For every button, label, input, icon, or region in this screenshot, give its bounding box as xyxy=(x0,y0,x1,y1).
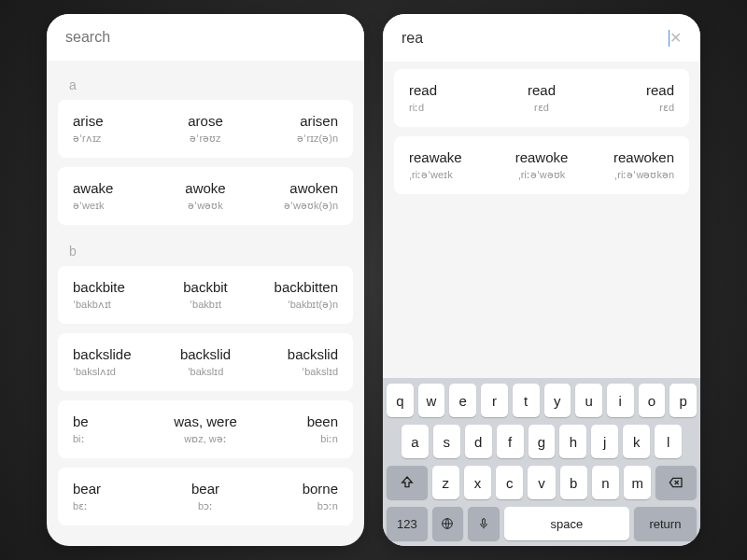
participle-form: backslid xyxy=(255,346,338,362)
section-letter: b xyxy=(58,234,353,266)
verb-card[interactable]: backslideˈbakslʌɪd backslidˈbakslɪd back… xyxy=(58,333,353,391)
participle-ipa: ˈbakslɪd xyxy=(255,366,338,378)
key-d[interactable]: d xyxy=(465,425,492,458)
key-h[interactable]: h xyxy=(559,425,586,458)
participle-ipa: əˈwəʊk(ə)n xyxy=(255,200,338,212)
past-ipa: ˈbakslɪd xyxy=(163,366,247,378)
key-w[interactable]: w xyxy=(418,384,445,417)
shift-key[interactable] xyxy=(387,466,428,499)
participle-form: awoken xyxy=(255,180,338,196)
base-ipa: əˈrʌɪz xyxy=(73,133,156,145)
base-form: read xyxy=(409,82,492,98)
search-bar: rea ✕ xyxy=(383,14,700,62)
key-c[interactable]: c xyxy=(496,466,523,499)
mic-key[interactable] xyxy=(468,507,500,540)
verb-list[interactable]: a ariseəˈrʌɪz aroseəˈrəʊz arisenəˈrɪz(ə)… xyxy=(47,61,364,546)
key-x[interactable]: x xyxy=(464,466,491,499)
past-ipa: ˌriːəˈwəʊk xyxy=(500,169,583,181)
verb-card[interactable]: awakeəˈweɪk awokeəˈwəʊk awokenəˈwəʊk(ə)n xyxy=(58,167,353,225)
base-form: backslide xyxy=(73,346,156,362)
key-s[interactable]: s xyxy=(433,425,460,458)
key-u[interactable]: u xyxy=(575,384,602,417)
clear-icon[interactable]: ✕ xyxy=(669,29,682,47)
key-p[interactable]: p xyxy=(669,384,697,417)
key-z[interactable]: z xyxy=(432,466,459,499)
backspace-key[interactable] xyxy=(655,466,697,499)
participle-form: arisen xyxy=(255,113,338,129)
globe-key[interactable] xyxy=(432,507,464,540)
base-ipa: əˈweɪk xyxy=(73,200,156,212)
key-e[interactable]: e xyxy=(449,384,476,417)
verb-card[interactable]: reawakeˌriːəˈweɪk reawokeˌriːəˈwəʊk reaw… xyxy=(394,136,689,194)
past-form: backbit xyxy=(163,279,247,295)
key-q[interactable]: q xyxy=(387,384,414,417)
base-form: backbite xyxy=(73,279,156,295)
verb-card[interactable]: bebiː was, werewɒz, wəː beenbiːn xyxy=(58,400,353,458)
participle-ipa: əˈrɪz(ə)n xyxy=(255,133,338,145)
search-results[interactable]: readriːd readrɛd readrɛd reawakeˌriːəˈwe… xyxy=(383,62,700,378)
key-o[interactable]: o xyxy=(639,384,666,417)
participle-ipa: ˈbakbɪt(ə)n xyxy=(255,299,338,311)
right-phone: rea ✕ readriːd readrɛd readrɛd reawakeˌr… xyxy=(383,14,700,546)
space-key[interactable]: space xyxy=(504,507,629,540)
past-ipa: rɛd xyxy=(500,102,583,114)
base-ipa: ˈbakbʌɪt xyxy=(73,299,156,311)
search-input[interactable] xyxy=(65,29,345,46)
key-k[interactable]: k xyxy=(623,425,650,458)
key-a[interactable]: a xyxy=(402,425,429,458)
participle-form: read xyxy=(591,82,674,98)
past-form: reawoke xyxy=(500,149,583,165)
past-form: arose xyxy=(163,113,247,129)
participle-form: backbitten xyxy=(255,279,338,295)
key-b[interactable]: b xyxy=(560,466,587,499)
base-ipa: ˌriːəˈweɪk xyxy=(409,169,492,181)
numbers-key[interactable]: 123 xyxy=(387,507,428,540)
key-f[interactable]: f xyxy=(497,425,524,458)
key-g[interactable]: g xyxy=(529,425,556,458)
participle-form: been xyxy=(255,413,338,429)
base-ipa: bɛː xyxy=(73,500,156,512)
participle-form: borne xyxy=(255,481,338,497)
participle-ipa: ˌriːəˈwəʊkən xyxy=(591,169,674,181)
verb-card[interactable]: bearbɛː bearbɔː bornebɔːn xyxy=(58,468,353,525)
past-ipa: əˈwəʊk xyxy=(163,200,247,212)
past-ipa: bɔː xyxy=(163,500,247,512)
past-ipa: wɒz, wəː xyxy=(163,433,247,445)
participle-ipa: bɔːn xyxy=(255,500,338,512)
search-bar xyxy=(47,14,364,61)
base-form: reawake xyxy=(409,149,492,165)
verb-card[interactable]: readriːd readrɛd readrɛd xyxy=(394,69,689,127)
base-form: awake xyxy=(73,180,156,196)
base-ipa: riːd xyxy=(409,102,492,114)
participle-ipa: biːn xyxy=(255,433,338,445)
base-form: be xyxy=(73,413,156,429)
participle-form: reawoken xyxy=(591,149,674,165)
verb-card[interactable]: backbiteˈbakbʌɪt backbitˈbakbɪt backbitt… xyxy=(58,266,353,324)
key-l[interactable]: l xyxy=(655,425,682,458)
left-phone: a ariseəˈrʌɪz aroseəˈrəʊz arisenəˈrɪz(ə)… xyxy=(47,14,364,546)
key-m[interactable]: m xyxy=(624,466,651,499)
base-form: bear xyxy=(73,481,156,497)
key-y[interactable]: y xyxy=(544,384,571,417)
past-form: bear xyxy=(163,481,247,497)
key-v[interactable]: v xyxy=(528,466,555,499)
past-form: read xyxy=(500,82,583,98)
return-key[interactable]: return xyxy=(634,507,697,540)
past-form: awoke xyxy=(163,180,247,196)
svg-rect-1 xyxy=(483,519,486,525)
key-i[interactable]: i xyxy=(607,384,634,417)
key-n[interactable]: n xyxy=(592,466,619,499)
participle-ipa: rɛd xyxy=(591,102,674,114)
search-input[interactable]: rea xyxy=(402,30,668,47)
section-letter: a xyxy=(58,68,353,100)
base-ipa: ˈbakslʌɪd xyxy=(73,366,156,378)
verb-card[interactable]: ariseəˈrʌɪz aroseəˈrəʊz arisenəˈrɪz(ə)n xyxy=(58,100,353,158)
key-r[interactable]: r xyxy=(481,384,508,417)
past-form: was, were xyxy=(163,413,247,429)
base-ipa: biː xyxy=(73,433,156,445)
past-ipa: əˈrəʊz xyxy=(163,133,247,145)
base-form: arise xyxy=(73,113,156,129)
key-t[interactable]: t xyxy=(513,384,540,417)
key-j[interactable]: j xyxy=(591,425,618,458)
keyboard: qwertyuiop asdfghjkl zxcvbnm 123 space r… xyxy=(383,378,700,546)
